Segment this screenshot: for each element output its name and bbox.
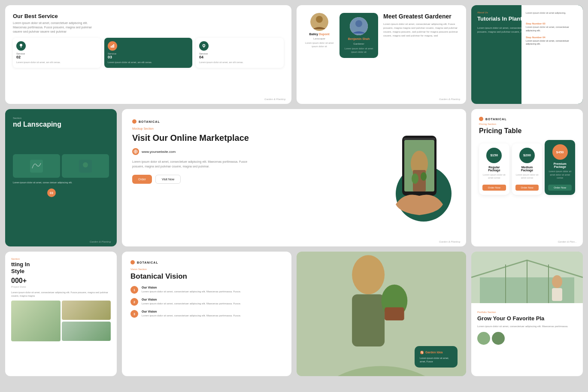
- meet-title: Meet Greatest Gardener: [383, 13, 458, 20]
- land-img-2: [62, 154, 109, 178]
- desc-benjamin: Lorem ipsum dolor sit amet ipsum dolor s…: [344, 47, 374, 54]
- tutorial-desc: Lorem ipsum dolor sit amet, consectetuer…: [477, 26, 577, 34]
- desc-bailey: Lorem ipsum dolor sit amet ipsum dolor s…: [304, 42, 334, 48]
- vision-content-1: Our Vision Lorem ipsum dolor sit amet, c…: [142, 286, 241, 294]
- svg-rect-36: [552, 288, 562, 301]
- service-icon-3: [199, 41, 209, 51]
- vision-title: Botanical Vision: [130, 272, 283, 281]
- role-benjamin: Gardener: [353, 43, 364, 45]
- order-medium-btn[interactable]: Order Now: [515, 185, 539, 191]
- vision-desc-1: Lorem ipsum dolor sit amet, consectetuer…: [142, 290, 241, 294]
- visit-button[interactable]: Visit Now: [155, 175, 181, 184]
- tutorial-title: Tutorials In Planting: [477, 15, 577, 23]
- pkg-name-premium: Premium Package: [548, 162, 572, 168]
- svg-point-12: [83, 162, 88, 167]
- pkg-name-medium: Medium Package: [515, 166, 539, 172]
- vision-num-3: 3: [130, 310, 138, 318]
- service-card-2: Service 03 Lorem ipsum dolor sit amet, a…: [104, 38, 192, 68]
- slide-getting: Section tting InStyle 000+ Project Done …: [5, 252, 117, 376]
- order-regular-btn[interactable]: Order Now: [482, 185, 506, 191]
- badge-03: 03: [47, 188, 56, 197]
- land-images-container: 03: [13, 154, 109, 178]
- pkg-desc-regular: Lorem ipsum dolor sit amet conse: [482, 173, 506, 180]
- meet-body-desc: Lorem ipsum dolor sit amet, consectetuer…: [383, 22, 458, 38]
- garden-info-card: Garden Idea Lorem ipsum dolor sit amet, …: [415, 346, 458, 368]
- slide-garden-photo: Garden Idea Lorem ipsum dolor sit amet, …: [297, 252, 466, 376]
- service-desc-2: Lorem ipsum dolor sit amet, am elit cena…: [108, 61, 189, 64]
- garden-idea-label: Garden Idea: [420, 350, 452, 355]
- getting-done: Project Done: [11, 286, 111, 288]
- grow-desc: Lorem ipsum dolor sit amet, consectetuer…: [477, 325, 577, 328]
- best-service-subtitle: Lorem ipsum dolor sit amet, consectetuer…: [13, 21, 99, 33]
- best-service-footer: Garden & Planting: [264, 98, 285, 100]
- svg-rect-3: [112, 45, 113, 48]
- avatar-benjamin: [350, 17, 368, 35]
- order-button[interactable]: Order: [132, 175, 152, 184]
- marketplace-brand: BOTANICAL: [132, 119, 456, 124]
- getting-img-tall: [11, 301, 61, 341]
- land-section-label: Section: [13, 117, 109, 119]
- service-num-2: 03: [108, 55, 189, 59]
- role-bailey: Lanscaper: [313, 37, 325, 40]
- svg-point-5: [203, 45, 205, 47]
- grow-circle-1: [477, 332, 490, 345]
- slide-pricing: BOTANICAL Pricing Section Pricing Table …: [471, 109, 583, 246]
- garden-info-desc: Lorem ipsum dolor sit amet, arnet, Fusce: [420, 356, 452, 364]
- slide-meet-gardener: Bailey Dupont Lanscaper Lorem ipsum dolo…: [297, 5, 466, 104]
- service-card-3: Service 04 Lorem ipsum dolor sit amet, a…: [196, 38, 284, 68]
- profile-bailey: Bailey Dupont Lanscaper Lorem ipsum dolo…: [304, 13, 334, 58]
- svg-point-9: [355, 20, 362, 27]
- vision-item-2: 2 Our Vision Lorem ipsum dolor sit amet,…: [130, 298, 283, 306]
- vision-title-3: Our Vision: [142, 310, 241, 313]
- slide-landscaping: Section nd Lanscaping 03 Lorem ipsum dol…: [5, 109, 117, 246]
- getting-title: tting InStyle: [11, 261, 111, 274]
- marketplace-title: Visit Our Online Marketplace: [132, 133, 353, 143]
- pkg-desc-medium: Lorem ipsum dolor sit amet conse: [515, 173, 539, 180]
- service-desc-1: Lorem ipsum dolor sit amet, am slit cena…: [16, 61, 97, 64]
- svg-point-21: [412, 173, 418, 184]
- service-desc-3: Lorem ipsum dolor sit amet, am slit cena…: [199, 61, 280, 64]
- price-regular: $150: [486, 148, 502, 163]
- getting-number: 000+: [11, 277, 111, 285]
- svg-rect-4: [113, 44, 114, 48]
- grow-content: Portfolio Section Grow Your O Favorite P…: [471, 307, 583, 348]
- pkg-name-regular: Regular Package: [482, 166, 506, 172]
- marketplace-right: [361, 127, 456, 222]
- land-desc: Lorem ipsum dolor sit amet, conse ctetue…: [13, 181, 109, 185]
- service-icon-1: [16, 41, 26, 51]
- meet-desc-col: Meet Greatest Gardener Lorem ipsum dolor…: [383, 13, 458, 58]
- website-row: www.yourwebsite.com: [132, 148, 353, 155]
- pricing-brand-text: BOTANICAL: [485, 118, 507, 121]
- svg-rect-28: [385, 307, 404, 320]
- price-premium: $450: [552, 144, 568, 160]
- pricing-brand-dot: [479, 117, 483, 121]
- vision-content-2: Our Vision Lorem ipsum dolor sit amet, c…: [142, 298, 241, 306]
- vision-brand-text: BOTANICAL: [137, 261, 158, 264]
- card-benjamin: Benjamin Shah Gardener Lorem ipsum dolor…: [339, 13, 378, 58]
- svg-rect-17: [403, 138, 435, 140]
- vision-desc-2: Lorem ipsum dolor sit amet, consectetuer…: [142, 302, 241, 306]
- landscape-images: [13, 154, 109, 178]
- getting-desc: Lorem ipsum dolor sit amet, consectetuer…: [11, 291, 111, 298]
- svg-rect-2: [111, 46, 112, 48]
- pkg-desc-premium: Lorem ipsum dolor sit amet dolor sit ame…: [548, 170, 572, 180]
- grow-title: Grow Your O Favorite Pla: [477, 315, 577, 322]
- svg-point-22: [421, 172, 427, 181]
- slide-grow: Portfolio Section Grow Your O Favorite P…: [471, 252, 583, 376]
- meet-footer: Garden & Planting: [439, 98, 460, 100]
- brand-dot: [132, 119, 136, 124]
- vision-num-2: 2: [130, 298, 138, 306]
- slide-marketplace: BOTANICAL Mockup Section Visit Our Onlin…: [122, 109, 466, 246]
- getting-img-sm1: [62, 301, 111, 320]
- svg-rect-26: [352, 294, 385, 346]
- order-premium-btn[interactable]: Order Now: [548, 185, 572, 191]
- getting-img-sm2: [62, 322, 111, 341]
- service-num-3: 04: [199, 55, 280, 59]
- vision-title-2: Our Vision: [142, 298, 241, 301]
- svg-point-0: [20, 44, 22, 46]
- globe-icon: [132, 148, 139, 155]
- price-medium: $200: [519, 148, 535, 163]
- avatar-bailey: [310, 13, 328, 31]
- vision-brand-dot: [130, 260, 135, 264]
- portfolio-label: Portfolio Section: [477, 311, 577, 313]
